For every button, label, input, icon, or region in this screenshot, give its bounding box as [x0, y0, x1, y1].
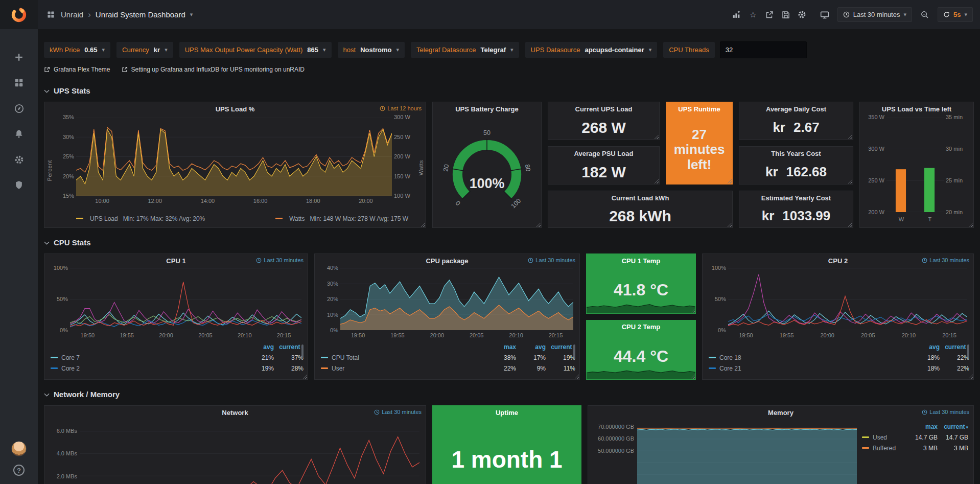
zoom-out-icon[interactable]: [919, 9, 930, 20]
cycle-view-monitor-icon[interactable]: [819, 9, 830, 20]
create-add-icon[interactable]: [13, 52, 25, 63]
panel-title[interactable]: UPS Load %: [216, 105, 255, 113]
variable-cpu-threads: CPU Threads: [663, 41, 807, 58]
legend-series-name[interactable]: Buffered: [873, 445, 907, 452]
panel-cpu-1-temp: CPU 1 Temp 41.8 °C: [586, 253, 696, 314]
dashboard-grid-icon[interactable]: [45, 9, 56, 20]
panel-title[interactable]: CPU 2: [828, 257, 848, 265]
memory-chart[interactable]: [637, 420, 857, 484]
svg-text:0: 0: [454, 200, 462, 208]
panel-title[interactable]: Average PSU Load: [574, 150, 634, 157]
legend-column-avg[interactable]: avg: [244, 343, 274, 351]
dashboard-content: kWh Price 0.65 ▾ Currency kr ▾ UPS Max O…: [38, 29, 980, 484]
ups-vs-time-bar-chart[interactable]: [886, 118, 944, 212]
legend-scrollbar[interactable]: [573, 344, 575, 358]
cpu2-chart[interactable]: [728, 268, 967, 330]
legend-column-current[interactable]: current▾: [274, 343, 304, 351]
share-icon[interactable]: [764, 9, 775, 20]
panel-title[interactable]: Network: [222, 409, 248, 417]
legend-column-max[interactable]: max: [907, 423, 938, 430]
panel-estimated-yearly-cost: Estimated Yearly Cost kr1033.99: [739, 191, 853, 228]
grafana-logo[interactable]: [0, 0, 38, 29]
panel-resize-handle[interactable]: [536, 222, 541, 227]
panel-resize-handle[interactable]: [968, 222, 973, 227]
ups-load-chart[interactable]: [76, 118, 392, 196]
breadcrumb-root[interactable]: Unraid: [61, 10, 83, 19]
add-panel-icon[interactable]: [731, 9, 742, 20]
legend-series-name[interactable]: Core 7: [61, 354, 244, 361]
legend-column-avg[interactable]: avg: [516, 343, 546, 351]
breadcrumb-page-title[interactable]: Unraid System Dashboard: [96, 10, 185, 19]
cpu-threads-input[interactable]: [720, 41, 807, 58]
legend-scrollbar[interactable]: [967, 344, 969, 358]
section-header-ups-stats[interactable]: UPS Stats: [44, 84, 974, 97]
cpu1-chart[interactable]: [70, 268, 301, 330]
save-icon[interactable]: [780, 9, 791, 20]
star-icon[interactable]: ☆: [748, 9, 759, 20]
stat-value: 268 W: [548, 116, 659, 140]
legend-series-name[interactable]: Core 2: [61, 365, 244, 372]
settings-gear-icon[interactable]: [13, 154, 25, 165]
variable-kwh-price[interactable]: kWh Price 0.65 ▾: [44, 42, 110, 58]
panel-title[interactable]: Memory: [768, 409, 794, 417]
legend-column-current[interactable]: current▾: [938, 423, 968, 430]
variable-currency[interactable]: Currency kr ▾: [116, 42, 173, 58]
legend-value: 37%: [274, 354, 304, 361]
legend-series-name[interactable]: User: [332, 365, 486, 372]
admin-shield-icon[interactable]: [13, 179, 25, 191]
section-header-network-memory[interactable]: Network / Memory: [44, 388, 974, 400]
help-icon[interactable]: ?: [13, 465, 25, 476]
panel-title[interactable]: Average Daily Cost: [766, 105, 826, 113]
chevron-down-icon[interactable]: ▾: [190, 11, 193, 18]
legend-series-name[interactable]: CPU Total: [332, 354, 486, 361]
explore-compass-icon[interactable]: [13, 103, 25, 114]
panel-title[interactable]: Current UPS Load: [575, 105, 633, 113]
panel-title[interactable]: CPU 1: [166, 257, 185, 265]
variable-host[interactable]: host Nostromo ▾: [338, 42, 405, 58]
legend-column-current[interactable]: current▾: [940, 343, 969, 351]
refresh-picker[interactable]: 5s ▾: [938, 7, 973, 22]
variable-ups-max-output[interactable]: UPS Max Output Power Capacity (Watt) 865…: [179, 42, 332, 58]
panel-title[interactable]: UPS Runtime: [678, 105, 720, 113]
panel-title[interactable]: Current Load kWh: [612, 194, 669, 202]
network-chart[interactable]: [80, 420, 419, 484]
legend-column-avg[interactable]: avg: [910, 343, 940, 351]
alerting-bell-icon[interactable]: [13, 128, 25, 140]
legend-value: 3 MB: [907, 445, 938, 452]
dashboards-icon[interactable]: [13, 77, 25, 88]
panel-title[interactable]: This Years Cost: [771, 150, 821, 157]
time-range-picker[interactable]: Last 30 minutes ▾: [837, 7, 912, 22]
panel-title[interactable]: UPS Load vs Time left: [882, 105, 951, 113]
series-color-dash: [709, 367, 716, 369]
legend-row: Buffered3 MB3 MB: [862, 443, 968, 453]
user-avatar[interactable]: [11, 441, 27, 456]
cpu-package-chart[interactable]: [340, 268, 573, 330]
variable-ups-datasource[interactable]: UPS Datasource apcupsd-container ▾: [525, 42, 658, 58]
legend-column-current[interactable]: current▾: [546, 343, 575, 351]
panel-title[interactable]: CPU 1 Temp: [622, 257, 661, 265]
breadcrumb-separator: ›: [88, 10, 91, 20]
legend-value: 3 MB: [938, 445, 968, 452]
link-ups-monitoring-guide[interactable]: Setting up Grafana and InfluxDB for UPS …: [122, 66, 305, 73]
legend-series-name[interactable]: Used: [873, 434, 907, 441]
legend-series-name[interactable]: UPS Load: [90, 215, 118, 222]
panel-title[interactable]: CPU package: [426, 257, 468, 265]
panel-title[interactable]: UPS Battery Charge: [455, 105, 519, 113]
legend-column-max[interactable]: max: [486, 343, 516, 351]
legend-series-name[interactable]: Core 21: [719, 365, 910, 372]
link-grafana-plex-theme[interactable]: Grafana Plex Theme: [44, 66, 110, 73]
panel-uptime: Uptime 1 month 1: [432, 405, 581, 484]
variable-value: Telegraf: [480, 46, 506, 54]
panel-title[interactable]: CPU 2 Temp: [622, 323, 661, 331]
panel-resize-handle[interactable]: [421, 222, 425, 227]
panel-title[interactable]: Estimated Yearly Cost: [761, 194, 831, 202]
legend-scrollbar[interactable]: [301, 344, 304, 358]
legend-series-name[interactable]: Watts: [289, 215, 305, 222]
legend-series-name[interactable]: Core 18: [719, 354, 910, 361]
panel-title[interactable]: Uptime: [496, 409, 518, 417]
dashboard-settings-gear-icon[interactable]: [797, 9, 808, 20]
stat-value: kr1033.99: [739, 204, 853, 227]
legend-row: CPU Total38%17%19%: [321, 352, 575, 363]
section-header-cpu-stats[interactable]: CPU Stats: [44, 236, 974, 248]
variable-telegraf-datasource[interactable]: Telegraf Datasource Telegraf ▾: [411, 42, 519, 58]
